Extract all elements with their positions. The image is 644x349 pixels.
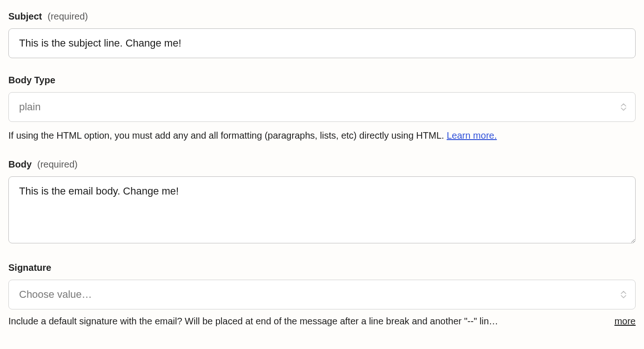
subject-required-hint: (required) (47, 11, 88, 22)
more-link[interactable]: more (614, 316, 636, 327)
signature-label-row: Signature (8, 262, 636, 273)
body-type-select-wrapper: plain (8, 92, 636, 122)
body-field-group: Body (required) (8, 159, 636, 246)
body-label: Body (8, 159, 32, 170)
subject-input[interactable] (8, 28, 636, 58)
learn-more-link[interactable]: Learn more. (447, 130, 497, 141)
signature-help-text: Include a default signature with the ema… (8, 316, 607, 327)
body-type-help-text-content: If using the HTML option, you must add a… (8, 130, 447, 141)
signature-select[interactable]: Choose value… (8, 280, 636, 309)
body-type-select[interactable]: plain (8, 92, 636, 122)
signature-field-group: Signature Choose value… Include a defaul… (8, 262, 636, 327)
body-textarea[interactable] (8, 176, 636, 243)
body-required-hint: (required) (37, 159, 78, 170)
body-label-row: Body (required) (8, 159, 636, 170)
body-type-help-text: If using the HTML option, you must add a… (8, 128, 636, 142)
body-type-label: Body Type (8, 75, 55, 86)
signature-help-row: Include a default signature with the ema… (8, 316, 636, 327)
subject-label-row: Subject (required) (8, 11, 636, 22)
subject-field-group: Subject (required) (8, 11, 636, 58)
signature-label: Signature (8, 262, 51, 273)
signature-select-wrapper: Choose value… (8, 280, 636, 309)
body-type-label-row: Body Type (8, 75, 636, 86)
subject-label: Subject (8, 11, 42, 22)
body-type-field-group: Body Type plain If using the HTML option… (8, 75, 636, 142)
